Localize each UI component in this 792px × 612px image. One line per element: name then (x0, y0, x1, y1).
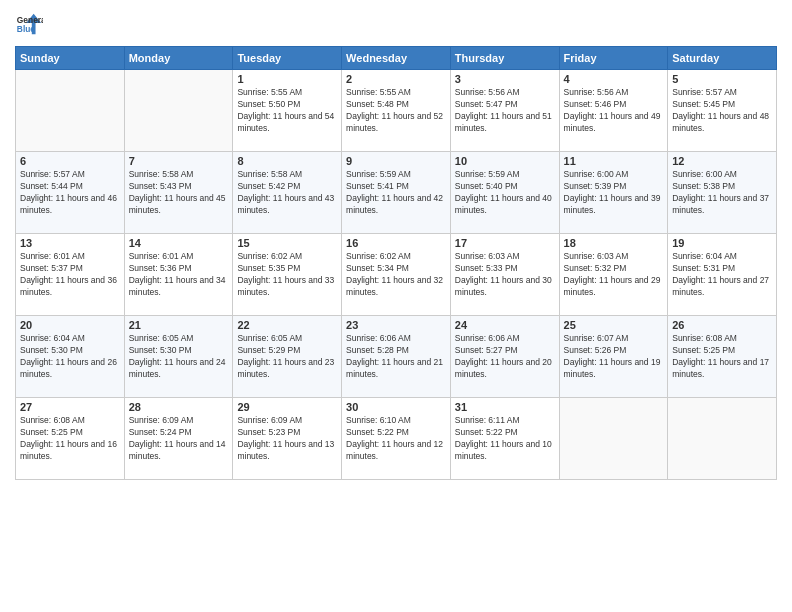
calendar-page: General Blue SundayMondayTuesdayWednesda… (0, 0, 792, 612)
day-number: 13 (20, 237, 120, 249)
weekday-header-sunday: Sunday (16, 47, 125, 70)
calendar-cell: 17Sunrise: 6:03 AM Sunset: 5:33 PM Dayli… (450, 234, 559, 316)
calendar-cell: 3Sunrise: 5:56 AM Sunset: 5:47 PM Daylig… (450, 70, 559, 152)
day-number: 6 (20, 155, 120, 167)
calendar-cell: 22Sunrise: 6:05 AM Sunset: 5:29 PM Dayli… (233, 316, 342, 398)
weekday-header-thursday: Thursday (450, 47, 559, 70)
calendar-cell: 4Sunrise: 5:56 AM Sunset: 5:46 PM Daylig… (559, 70, 668, 152)
day-info: Sunrise: 6:11 AM Sunset: 5:22 PM Dayligh… (455, 415, 555, 463)
day-info: Sunrise: 6:10 AM Sunset: 5:22 PM Dayligh… (346, 415, 446, 463)
day-info: Sunrise: 5:57 AM Sunset: 5:45 PM Dayligh… (672, 87, 772, 135)
calendar-cell (559, 398, 668, 480)
day-number: 19 (672, 237, 772, 249)
day-number: 18 (564, 237, 664, 249)
day-number: 23 (346, 319, 446, 331)
calendar-cell: 29Sunrise: 6:09 AM Sunset: 5:23 PM Dayli… (233, 398, 342, 480)
day-info: Sunrise: 5:58 AM Sunset: 5:43 PM Dayligh… (129, 169, 229, 217)
day-number: 10 (455, 155, 555, 167)
calendar-cell: 21Sunrise: 6:05 AM Sunset: 5:30 PM Dayli… (124, 316, 233, 398)
day-info: Sunrise: 6:05 AM Sunset: 5:29 PM Dayligh… (237, 333, 337, 381)
calendar-cell: 10Sunrise: 5:59 AM Sunset: 5:40 PM Dayli… (450, 152, 559, 234)
day-info: Sunrise: 5:55 AM Sunset: 5:50 PM Dayligh… (237, 87, 337, 135)
day-number: 14 (129, 237, 229, 249)
day-info: Sunrise: 6:04 AM Sunset: 5:31 PM Dayligh… (672, 251, 772, 299)
calendar-cell (16, 70, 125, 152)
day-info: Sunrise: 5:55 AM Sunset: 5:48 PM Dayligh… (346, 87, 446, 135)
day-number: 9 (346, 155, 446, 167)
day-info: Sunrise: 6:03 AM Sunset: 5:33 PM Dayligh… (455, 251, 555, 299)
week-row-1: 1Sunrise: 5:55 AM Sunset: 5:50 PM Daylig… (16, 70, 777, 152)
calendar-cell: 1Sunrise: 5:55 AM Sunset: 5:50 PM Daylig… (233, 70, 342, 152)
day-info: Sunrise: 5:59 AM Sunset: 5:41 PM Dayligh… (346, 169, 446, 217)
calendar-table: SundayMondayTuesdayWednesdayThursdayFrid… (15, 46, 777, 480)
calendar-cell: 30Sunrise: 6:10 AM Sunset: 5:22 PM Dayli… (342, 398, 451, 480)
day-number: 7 (129, 155, 229, 167)
day-info: Sunrise: 6:05 AM Sunset: 5:30 PM Dayligh… (129, 333, 229, 381)
day-info: Sunrise: 5:56 AM Sunset: 5:47 PM Dayligh… (455, 87, 555, 135)
calendar-cell: 19Sunrise: 6:04 AM Sunset: 5:31 PM Dayli… (668, 234, 777, 316)
day-info: Sunrise: 6:06 AM Sunset: 5:27 PM Dayligh… (455, 333, 555, 381)
day-number: 30 (346, 401, 446, 413)
day-info: Sunrise: 5:56 AM Sunset: 5:46 PM Dayligh… (564, 87, 664, 135)
weekday-header-friday: Friday (559, 47, 668, 70)
day-number: 12 (672, 155, 772, 167)
day-info: Sunrise: 6:00 AM Sunset: 5:38 PM Dayligh… (672, 169, 772, 217)
day-number: 27 (20, 401, 120, 413)
calendar-cell: 28Sunrise: 6:09 AM Sunset: 5:24 PM Dayli… (124, 398, 233, 480)
calendar-cell: 5Sunrise: 5:57 AM Sunset: 5:45 PM Daylig… (668, 70, 777, 152)
day-number: 8 (237, 155, 337, 167)
day-number: 31 (455, 401, 555, 413)
logo: General Blue (15, 10, 47, 38)
day-info: Sunrise: 6:09 AM Sunset: 5:24 PM Dayligh… (129, 415, 229, 463)
weekday-header-row: SundayMondayTuesdayWednesdayThursdayFrid… (16, 47, 777, 70)
day-info: Sunrise: 6:02 AM Sunset: 5:35 PM Dayligh… (237, 251, 337, 299)
day-info: Sunrise: 6:03 AM Sunset: 5:32 PM Dayligh… (564, 251, 664, 299)
day-info: Sunrise: 6:08 AM Sunset: 5:25 PM Dayligh… (672, 333, 772, 381)
day-number: 28 (129, 401, 229, 413)
calendar-cell: 18Sunrise: 6:03 AM Sunset: 5:32 PM Dayli… (559, 234, 668, 316)
week-row-3: 13Sunrise: 6:01 AM Sunset: 5:37 PM Dayli… (16, 234, 777, 316)
calendar-cell: 23Sunrise: 6:06 AM Sunset: 5:28 PM Dayli… (342, 316, 451, 398)
calendar-cell (668, 398, 777, 480)
day-number: 1 (237, 73, 337, 85)
day-number: 17 (455, 237, 555, 249)
calendar-cell: 26Sunrise: 6:08 AM Sunset: 5:25 PM Dayli… (668, 316, 777, 398)
day-number: 15 (237, 237, 337, 249)
weekday-header-tuesday: Tuesday (233, 47, 342, 70)
calendar-cell: 13Sunrise: 6:01 AM Sunset: 5:37 PM Dayli… (16, 234, 125, 316)
day-info: Sunrise: 5:58 AM Sunset: 5:42 PM Dayligh… (237, 169, 337, 217)
day-info: Sunrise: 6:06 AM Sunset: 5:28 PM Dayligh… (346, 333, 446, 381)
calendar-cell: 31Sunrise: 6:11 AM Sunset: 5:22 PM Dayli… (450, 398, 559, 480)
day-number: 26 (672, 319, 772, 331)
day-number: 21 (129, 319, 229, 331)
day-number: 3 (455, 73, 555, 85)
day-number: 20 (20, 319, 120, 331)
day-number: 24 (455, 319, 555, 331)
calendar-cell: 14Sunrise: 6:01 AM Sunset: 5:36 PM Dayli… (124, 234, 233, 316)
day-number: 4 (564, 73, 664, 85)
calendar-cell: 12Sunrise: 6:00 AM Sunset: 5:38 PM Dayli… (668, 152, 777, 234)
week-row-4: 20Sunrise: 6:04 AM Sunset: 5:30 PM Dayli… (16, 316, 777, 398)
day-number: 2 (346, 73, 446, 85)
day-number: 16 (346, 237, 446, 249)
calendar-cell: 25Sunrise: 6:07 AM Sunset: 5:26 PM Dayli… (559, 316, 668, 398)
day-info: Sunrise: 6:07 AM Sunset: 5:26 PM Dayligh… (564, 333, 664, 381)
day-info: Sunrise: 6:02 AM Sunset: 5:34 PM Dayligh… (346, 251, 446, 299)
calendar-cell: 11Sunrise: 6:00 AM Sunset: 5:39 PM Dayli… (559, 152, 668, 234)
day-number: 29 (237, 401, 337, 413)
calendar-cell: 20Sunrise: 6:04 AM Sunset: 5:30 PM Dayli… (16, 316, 125, 398)
weekday-header-saturday: Saturday (668, 47, 777, 70)
logo-icon: General Blue (15, 10, 43, 38)
day-number: 11 (564, 155, 664, 167)
weekday-header-wednesday: Wednesday (342, 47, 451, 70)
calendar-cell: 8Sunrise: 5:58 AM Sunset: 5:42 PM Daylig… (233, 152, 342, 234)
calendar-cell: 15Sunrise: 6:02 AM Sunset: 5:35 PM Dayli… (233, 234, 342, 316)
day-info: Sunrise: 6:01 AM Sunset: 5:36 PM Dayligh… (129, 251, 229, 299)
week-row-2: 6Sunrise: 5:57 AM Sunset: 5:44 PM Daylig… (16, 152, 777, 234)
weekday-header-monday: Monday (124, 47, 233, 70)
day-number: 5 (672, 73, 772, 85)
day-info: Sunrise: 5:57 AM Sunset: 5:44 PM Dayligh… (20, 169, 120, 217)
calendar-cell: 27Sunrise: 6:08 AM Sunset: 5:25 PM Dayli… (16, 398, 125, 480)
calendar-cell: 2Sunrise: 5:55 AM Sunset: 5:48 PM Daylig… (342, 70, 451, 152)
calendar-cell: 9Sunrise: 5:59 AM Sunset: 5:41 PM Daylig… (342, 152, 451, 234)
